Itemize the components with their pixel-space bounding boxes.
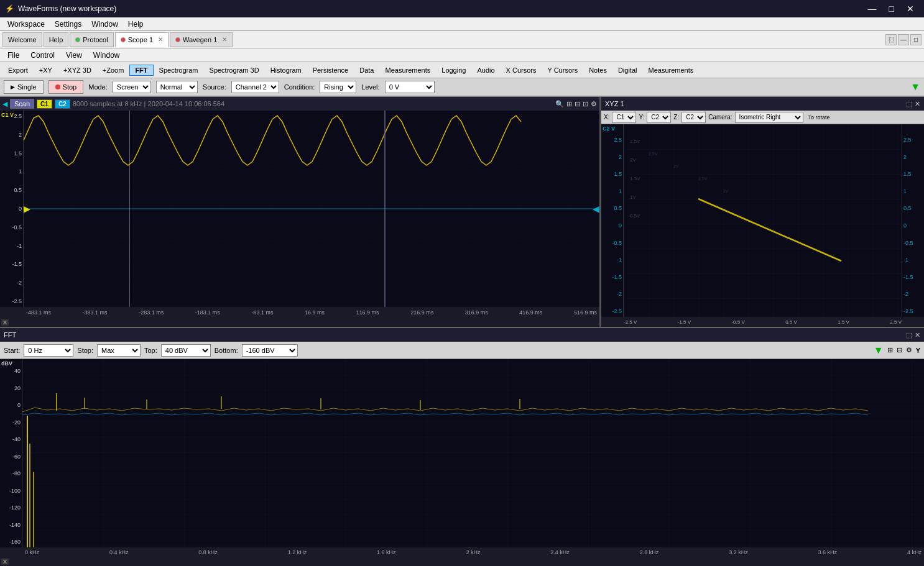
xyz-x-select[interactable]: C1 — [612, 112, 636, 123]
toolbar-xyz3d[interactable]: +XYZ 3D — [58, 65, 97, 76]
fft-title: FFT — [4, 331, 16, 339]
x-label-0: -483.1 ms — [26, 309, 51, 316]
scope-zoom-out[interactable]: ⊟ — [575, 100, 580, 108]
xyz-x-1: -1.5 V — [678, 319, 691, 325]
wavegen1-close-icon[interactable]: ✕ — [222, 36, 227, 43]
menu-workspace[interactable]: Workspace — [2, 19, 50, 30]
tab-help[interactable]: Help — [44, 32, 69, 47]
level-select[interactable]: 0 V — [385, 81, 435, 93]
toolbar-persistence[interactable]: Persistence — [307, 65, 354, 76]
fft-x-9: 3.6 kHz — [818, 549, 838, 555]
xyz-y-label: Y: — [639, 114, 644, 121]
close-button[interactable]: ✕ — [902, 2, 919, 15]
scope1-close-icon[interactable]: ✕ — [158, 36, 163, 43]
fft-bottom-select[interactable]: -160 dBV — [242, 344, 298, 357]
tab-scope1[interactable]: Scope 1 ✕ — [115, 32, 169, 47]
fft-undock[interactable]: ⬚ — [906, 331, 912, 339]
fft-controls: Start: 0 Hz Stop: Max Top: 40 dBV Bottom… — [0, 342, 924, 359]
tab-minimize-button[interactable]: — — [898, 34, 909, 45]
fft-fit-icon[interactable]: ⊞ — [887, 346, 893, 354]
mode-select[interactable]: Screen Record — [113, 81, 151, 93]
xyz-z-select[interactable]: C2 — [681, 112, 706, 123]
fft-x-6: 2.4 kHz — [550, 549, 570, 555]
menu-help[interactable]: Help — [123, 19, 149, 30]
toolbar-xcursors[interactable]: X Cursors — [501, 65, 542, 76]
tab-help-label: Help — [49, 36, 63, 43]
xyz-close[interactable]: ✕ — [915, 100, 920, 108]
svg-text:2V: 2V — [673, 164, 679, 168]
file-menu-control[interactable]: Control — [25, 50, 60, 61]
menu-settings[interactable]: Settings — [50, 19, 86, 30]
fft-x-unit-label: X — [1, 559, 9, 565]
xyz-title-bar: XYZ 1 ⬚ ✕ — [601, 97, 924, 111]
xyz-camera-select[interactable]: Isometric Right — [735, 112, 803, 123]
toolbar-notes[interactable]: Notes — [583, 65, 612, 76]
toolbar-export[interactable]: Export — [2, 65, 34, 76]
fft-stop-select[interactable]: Max — [97, 344, 141, 357]
condition-label: Condition: — [284, 83, 315, 91]
toolbar-digital[interactable]: Digital — [612, 65, 643, 76]
fft-x-3: 1.2 kHz — [288, 549, 307, 555]
xyz-x-5: 2.5 V — [890, 319, 902, 325]
stop-label: Stop — [63, 83, 77, 91]
toolbar-data[interactable]: Data — [354, 65, 379, 76]
file-menu-view[interactable]: View — [61, 50, 87, 61]
fft-top-select[interactable]: 40 dBV — [161, 344, 211, 357]
tab-welcome[interactable]: Welcome — [2, 32, 42, 47]
toolbar-ycursors[interactable]: Y Cursors — [542, 65, 583, 76]
source-select[interactable]: Channel 2 Channel 1 — [231, 81, 279, 93]
x-label-4: -83.1 ms — [251, 309, 273, 316]
fft-start-select[interactable]: 0 Hz — [24, 344, 73, 357]
scope-zoom-fit[interactable]: ⊞ — [566, 100, 572, 108]
xyz-undock[interactable]: ⬚ — [906, 100, 912, 108]
trigger-arrow-right: ◀ — [593, 204, 599, 214]
toolbar-fft[interactable]: FFT — [129, 65, 153, 76]
file-menu-window[interactable]: Window — [88, 50, 125, 61]
ch1-badge[interactable]: C1 — [37, 99, 52, 109]
fft-close[interactable]: ✕ — [915, 331, 920, 339]
source-label: Source: — [203, 83, 226, 91]
toolbar-histogram[interactable]: Histogram — [265, 65, 307, 76]
file-menu-file[interactable]: File — [2, 50, 24, 61]
xyz-y-select[interactable]: C2 — [647, 112, 671, 123]
menu-window[interactable]: Window — [86, 19, 123, 30]
toolbar-measurements[interactable]: Measurements — [380, 65, 437, 76]
fft-x-0: 0 kHz — [25, 549, 39, 555]
xyz-canvas-area: C2 V 2.5 2 1.5 1 0.5 0 -0.5 -1 -1.5 -2 -… — [601, 124, 924, 317]
scope-nav-left[interactable]: ◀ — [2, 100, 7, 108]
control-bar: ▶ Single Stop Mode: Screen Record Normal… — [0, 78, 924, 97]
tab-bar: Welcome Help Protocol Scope 1 ✕ Wavegen … — [0, 31, 924, 48]
minimize-button[interactable]: — — [863, 2, 882, 15]
fft-x-axis-bar: 0 kHz 0.4 kHz 0.8 kHz 1.2 kHz 1.6 kHz 2 … — [0, 547, 924, 557]
scan-badge[interactable]: Scan — [10, 99, 34, 109]
maximize-button[interactable]: □ — [884, 2, 899, 15]
scope-settings[interactable]: ⚙ — [591, 100, 597, 108]
toolbar-zoom[interactable]: +Zoom — [97, 65, 130, 76]
stop-button[interactable]: Stop — [49, 80, 84, 94]
toolbar-spectrogram3d[interactable]: Spectrogram 3D — [204, 65, 265, 76]
scope-x-axis: -483.1 ms -383.1 ms -283.1 ms -183.1 ms … — [0, 307, 599, 318]
tab-wavegen1[interactable]: Wavegen 1 ✕ — [170, 32, 233, 47]
xyz-rotate-label[interactable]: To rotate — [808, 114, 830, 121]
tab-undock-button[interactable]: ⬚ — [885, 34, 897, 45]
svg-rect-4 — [624, 124, 902, 317]
toolbar-audio[interactable]: Audio — [471, 65, 500, 76]
toolbar-logging[interactable]: Logging — [436, 65, 471, 76]
toolbar-spectrogram[interactable]: Spectrogram — [154, 65, 204, 76]
scope-auto[interactable]: ⊡ — [583, 100, 588, 108]
tab-protocol[interactable]: Protocol — [70, 32, 113, 47]
fft-zoom-icon[interactable]: ⊟ — [897, 346, 902, 354]
single-button[interactable]: ▶ Single — [4, 80, 44, 94]
tab-scope1-label: Scope 1 — [128, 36, 153, 43]
normal-select[interactable]: Normal Average Peak — [156, 81, 198, 93]
tab-expand-button[interactable]: □ — [910, 34, 922, 45]
file-bar: File Control View Window — [0, 48, 924, 62]
run-mode-label: Single — [17, 83, 37, 91]
fft-settings-icon[interactable]: ⚙ — [906, 346, 912, 354]
toolbar-measurements2[interactable]: Measurements — [643, 65, 700, 76]
toolbar-xy[interactable]: +XY — [34, 65, 58, 76]
scope-zoom-in[interactable]: 🔍 — [555, 100, 564, 108]
ch2-badge[interactable]: C2 — [55, 99, 70, 109]
condition-select[interactable]: Rising Falling — [320, 81, 356, 93]
x-label-9: 416.9 ms — [519, 309, 542, 316]
